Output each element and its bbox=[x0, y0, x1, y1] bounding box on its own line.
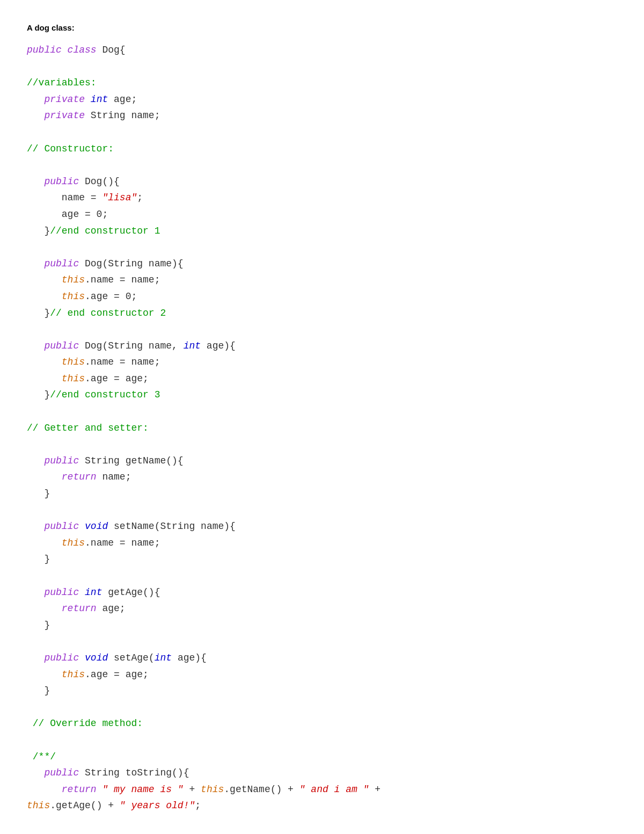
page-label: A dog class: bbox=[27, 21, 617, 34]
code-block: public class Dog{ //variables: private i… bbox=[27, 42, 617, 814]
